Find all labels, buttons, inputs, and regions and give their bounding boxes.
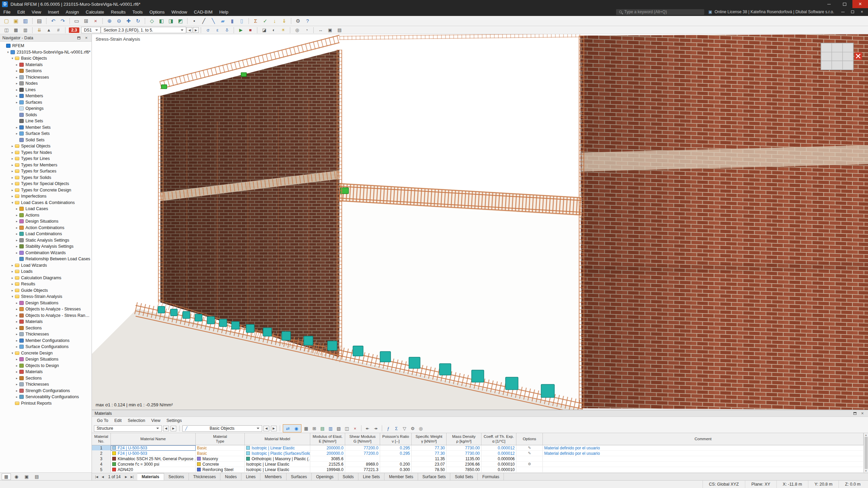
material-type-cell[interactable]: Basic [196,451,245,456]
options-cell[interactable]: ⚙ [516,462,543,467]
modulus-cell[interactable]: 3085.6 [310,456,345,462]
tree-item-objects-to-design[interactable]: ▸Objects to Design [0,363,92,369]
material-type-cell[interactable]: Reinforcing Steel [196,467,245,472]
tree-item-objects-to-analyze-stress-ranges[interactable]: ▸Objects to Analyze - Stress Ranges [0,312,92,319]
prev-page-button[interactable]: ◀ [100,474,106,480]
close-navigator-button[interactable]: × [83,35,89,41]
tree-expander-icon[interactable]: ▸ [10,157,15,160]
new-model-icon[interactable]: ▢ [2,17,11,25]
tree-expander-icon[interactable]: ▸ [10,169,15,173]
tree-item-types-for-special-objects[interactable]: ▸Types for Special Objects [0,181,92,187]
prev-table-button[interactable]: ◀ [163,426,169,431]
sheet-tab-solids[interactable]: Solids [338,473,359,480]
render-mode-icon[interactable]: ◐ [269,27,278,34]
tree-expander-icon[interactable]: ▸ [15,239,19,242]
tree-item-materials[interactable]: ▸Materials [0,62,92,68]
rotate-view-icon[interactable]: ↻ [134,17,142,25]
tree-item-materials[interactable]: ▸Materials [0,319,92,325]
search-table-icon[interactable]: ◎ [417,425,425,432]
tree-expander-icon[interactable]: ▸ [15,314,19,317]
menu-edit[interactable]: Edit [14,8,28,16]
tree-expander-icon[interactable]: ▸ [10,188,15,192]
tree-expander-icon[interactable]: ▸ [15,320,19,323]
strain-epsilon-icon[interactable]: ε [213,27,222,34]
poisson-cell[interactable]: 0.300 [380,467,412,472]
specific-weight-cell[interactable]: 77.30 [412,451,447,456]
objects-combo[interactable]: ╱ Basic Objects [182,425,262,432]
load-cases-icon[interactable]: ↓ [270,17,279,25]
sheet-tab-materials[interactable]: Materials [137,473,164,480]
load-case-badge[interactable]: 2.3 [69,27,79,33]
section-combo[interactable]: Section 2.3 (LRFD), 1. to 5. [101,27,186,33]
row-number[interactable]: 1 [92,445,111,451]
tree-item-sections[interactable]: ▸Sections [0,68,92,74]
navigator-tab-display[interactable]: ◉ [12,473,21,480]
tree-item-member-sets[interactable]: ▸Member Sets [0,124,92,131]
tree-item-types-for-lines[interactable]: ▸Types for Lines [0,156,92,162]
sheet-tab-surface-sets[interactable]: Surface Sets [418,473,451,480]
open-model-icon[interactable]: ▣ [12,17,20,25]
redo-icon[interactable]: ↷ [58,17,67,25]
tree-expander-icon[interactable]: ▸ [10,195,15,198]
design-situation-combo[interactable]: DS1 [81,27,101,33]
tree-item-line-sets[interactable]: Line Sets [0,118,92,124]
navigator-tab-data[interactable]: ▦ [2,473,11,480]
material-model-cell[interactable]: Orthotropic | Masonry | Plastic (... [245,456,310,462]
tree-expander-icon[interactable]: ▸ [15,69,19,73]
filter-icon[interactable]: ▽ [401,425,408,432]
table-menu-view[interactable]: View [148,418,163,423]
tree-item-relationship-between-load-cases[interactable]: Relationship Between Load Cases [0,256,92,262]
new-solid-icon[interactable]: ▮ [228,17,237,25]
tree-expander-icon[interactable]: ▸ [15,395,19,399]
tree-item-special-objects[interactable]: ▸Special Objects [0,143,92,149]
specific-weight-cell[interactable]: 11.35 [412,456,447,462]
zoom-in-icon[interactable]: ⊕ [105,17,114,25]
clipping-box-icon[interactable]: ◪ [260,27,269,34]
poisson-cell[interactable]: 0.200 [380,462,412,467]
copy-object-icon[interactable]: ⊞ [82,17,91,25]
menu-window[interactable]: Window [168,8,191,16]
tree-expander-icon[interactable]: ▸ [15,88,19,92]
viewport-3d[interactable]: Stress-Strain Analysis max σ1 : 0.124 | … [92,34,868,410]
tree-expander-icon[interactable]: ▸ [15,226,19,229]
menu-insert[interactable]: Insert [44,8,62,16]
material-model-cell[interactable]: Isotropic | Linear Elastic [245,445,310,451]
tree-expander-icon[interactable]: ▸ [10,182,15,185]
thermal-exp-cell[interactable]: 0.000010 [481,462,516,467]
first-row-icon[interactable]: ↞ [364,425,371,432]
tree-expander-icon[interactable]: ▾ [10,201,15,204]
tree-expander-icon[interactable]: ▸ [15,345,19,348]
deformation-delta-icon[interactable]: δ [222,27,231,34]
tree-expander-icon[interactable]: ▸ [15,63,19,66]
shear-modulus-cell[interactable]: 77221.3 [345,467,380,472]
sheet-tab-lines[interactable]: Lines [241,473,260,480]
tree-item-combination-wizards[interactable]: ▸Combination Wizards [0,250,92,256]
tree-item-sections[interactable]: ▸Sections [0,375,92,382]
mass-density-cell[interactable]: 1135.00 [447,456,481,462]
tree-expander-icon[interactable]: ▸ [15,332,19,336]
tree-expander-icon[interactable]: ▸ [15,220,19,223]
tree-expander-icon[interactable]: ▸ [10,282,15,286]
mdi-close-button[interactable]: × [857,8,867,15]
thermal-exp-cell[interactable]: 0.000012 [481,451,516,456]
tree-item-serviceability-configurations[interactable]: ▸Serviceability Configurations [0,394,92,400]
measure-icon[interactable]: ↔ [316,27,325,34]
show-tables-icon[interactable]: ▦ [12,27,20,34]
tree-item-231015-muro-sobreviga-nl-v0001-rf6[interactable]: ▾231015-Muro-SobreViga-NL-v0001.rf6* [0,49,92,56]
material-type-cell[interactable]: Concrete [196,462,245,467]
specific-weight-cell[interactable]: 77.30 [412,445,447,451]
view-in-y-icon[interactable]: ◨ [166,17,175,25]
tree-expander-icon[interactable]: ▸ [15,101,19,104]
specific-weight-cell[interactable]: 78.50 [412,467,447,472]
zoom-out-icon[interactable]: ⊖ [115,17,123,25]
poisson-cell[interactable]: 0.295 [380,451,412,456]
table-menu-go-to[interactable]: Go To [94,418,111,423]
menu-options[interactable]: Options [146,8,168,16]
tree-item-types-for-concrete-design[interactable]: ▸Types for Concrete Design [0,187,92,194]
shear-modulus-cell[interactable] [345,456,380,462]
save-model-icon[interactable]: ▥ [21,17,30,25]
mass-density-cell[interactable]: 7850.00 [447,467,481,472]
modulus-cell[interactable]: 21525.6 [310,462,345,467]
sheet-tab-sections[interactable]: Sections [164,473,189,480]
view-isometric-icon[interactable]: ◇ [147,17,156,25]
